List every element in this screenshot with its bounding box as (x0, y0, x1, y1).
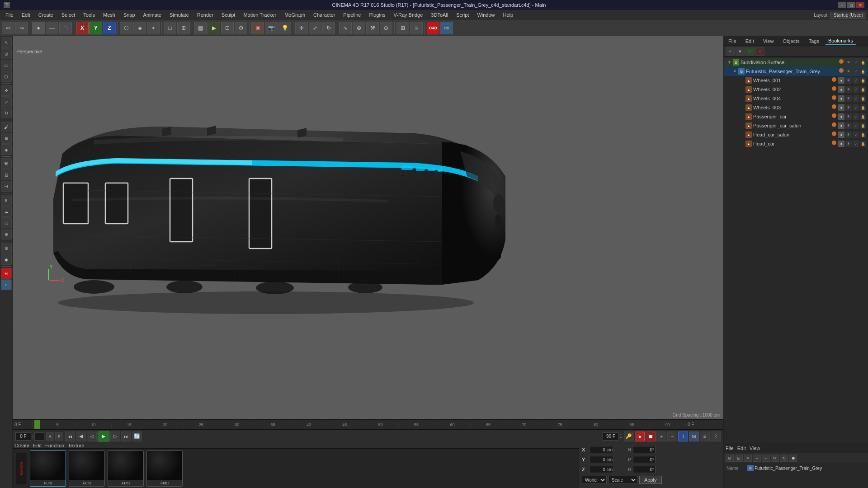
pc-vis[interactable]: 👁 (845, 113, 852, 120)
menu-pipeline[interactable]: Pipeline (340, 11, 364, 19)
menu-window[interactable]: Window (473, 11, 498, 19)
auto-key-button[interactable]: A (46, 432, 54, 441)
menu-select[interactable]: Select (58, 11, 79, 19)
w002-lock[interactable]: 🔒 (860, 86, 866, 93)
texture-tool[interactable]: ◈ (133, 22, 146, 34)
menu-plugins[interactable]: Plugins (365, 11, 389, 19)
render-view-button[interactable]: ▶ (208, 22, 220, 34)
w003-vis[interactable]: 👁 (845, 104, 852, 111)
floor-tool[interactable]: ≡ (410, 22, 423, 34)
tree-item-passenger-car-salon[interactable]: ▲ Passenger_car_salon ■ 👁 ✓ 🔒 (724, 121, 868, 130)
tree-item-wheels-004[interactable]: ▲ Wheels_004 ■ 👁 ✓ 🔒 (724, 94, 868, 103)
material-item-4[interactable]: Futu (146, 450, 183, 487)
current-frame-input[interactable] (15, 432, 31, 441)
hcs-lock[interactable]: 🔒 (860, 131, 866, 138)
menu-tools[interactable]: Tools (80, 11, 99, 19)
mat-create-menu[interactable]: Create (14, 443, 29, 448)
render-settings-button[interactable]: ⚙ (235, 22, 247, 34)
tree-item-head-car-salon[interactable]: ▲ Head_car_salon ■ 👁 ✓ 🔒 (724, 130, 868, 139)
w004-lock[interactable]: 🔒 (860, 95, 866, 102)
w001-check[interactable]: ✓ (853, 77, 859, 84)
polygons-mode-button[interactable]: ◻ (59, 22, 72, 34)
tab-edit[interactable]: Edit (743, 38, 757, 45)
item-lock-icon[interactable]: 🔒 (860, 59, 866, 66)
menu-file[interactable]: File (2, 11, 17, 19)
pos-key-button[interactable]: P (55, 432, 63, 441)
material-item-1[interactable]: Futu (30, 450, 66, 487)
tab-view[interactable]: View (760, 38, 777, 45)
powerslider-button[interactable]: ≡ (700, 432, 710, 441)
z-axis-button[interactable]: Z (103, 22, 116, 34)
stamp-tool[interactable]: ◈ (1, 144, 12, 155)
w002-vis[interactable]: 👁 (845, 86, 852, 93)
train-check-icon[interactable]: ✓ (853, 68, 859, 75)
goto-end-button[interactable]: ⏭ (121, 432, 131, 441)
attr-btn5[interactable]: ← (762, 455, 770, 462)
w002-check[interactable]: ✓ (853, 86, 859, 93)
item-check-icon[interactable]: ✓ (853, 59, 859, 66)
floor-left[interactable]: ≡ (1, 195, 12, 206)
x-axis-button[interactable]: X (76, 22, 89, 34)
cube-tool[interactable]: ▣ (251, 22, 264, 34)
attr-file-tab[interactable]: File (726, 446, 734, 451)
coord-system-dropdown[interactable]: World Object Local (582, 476, 607, 484)
knife-tool[interactable]: ⚒ (366, 22, 379, 34)
z-pos-input[interactable] (589, 466, 614, 473)
move-tool[interactable]: ✛ (295, 22, 308, 34)
w001-lock[interactable]: 🔒 (860, 77, 866, 84)
minimize-button[interactable]: − (838, 2, 846, 8)
pc-lock[interactable]: 🔒 (860, 113, 866, 120)
layer-tool[interactable]: ⊕ (1, 229, 12, 239)
mat-function-menu[interactable]: Function (45, 443, 64, 448)
anim-key[interactable]: ◆ (1, 254, 12, 265)
timeline-ruler[interactable]: 5 10 15 20 25 30 35 40 45 50 55 60 65 70… (34, 420, 685, 429)
motion-clip-button[interactable]: M (689, 432, 699, 441)
w004-vis[interactable]: 👁 (845, 95, 852, 102)
deform-tool[interactable]: ⊙ (380, 22, 392, 34)
tree-item-wheels-001[interactable]: ▲ Wheels_001 ■ 👁 ✓ 🔒 (724, 76, 868, 85)
play-reverse-button[interactable]: ◁ (87, 432, 97, 441)
record-button[interactable]: ● (635, 432, 645, 441)
stop-record-button[interactable]: ⏹ (646, 432, 656, 441)
h-rot-input[interactable] (633, 446, 656, 453)
attr-btn6[interactable]: ⟳ (771, 455, 779, 462)
scene-filter-button[interactable]: ▼ (736, 47, 745, 56)
train-vis-icon[interactable]: 👁 (845, 68, 852, 75)
hcs-check[interactable]: ✓ (853, 131, 859, 138)
goto-start-button[interactable]: ⏮ (65, 432, 75, 441)
menu-mesh[interactable]: Mesh (99, 11, 119, 19)
menu-motion-tracker[interactable]: Motion Tracker (240, 11, 280, 19)
tree-item-train-grey[interactable]: ▼ G Futuristic_Passenger_Train_Grey 👁 ✓ … (724, 67, 868, 76)
maximize-button[interactable]: □ (847, 2, 855, 8)
select-tool[interactable]: ↖ (1, 37, 12, 48)
menu-mograph[interactable]: MoGraph (281, 11, 309, 19)
knife-left[interactable]: ⚒ (1, 158, 12, 169)
attr-btn7[interactable]: ⟲ (780, 455, 788, 462)
scene-add-button[interactable]: + (726, 47, 735, 56)
motion-path-button[interactable]: ~ (667, 432, 677, 441)
tree-item-wheels-003[interactable]: ▲ Wheels_003 ■ 👁 ✓ 🔒 (724, 103, 868, 112)
mat-edit-menu[interactable]: Edit (33, 443, 42, 448)
maxon-tool[interactable]: M (1, 268, 12, 279)
attr-edit-tab[interactable]: Edit (737, 446, 746, 451)
play-button[interactable]: ▶ (98, 432, 109, 441)
sky-tool[interactable]: ☁ (1, 206, 12, 217)
scale-tool-left[interactable]: ⤢ (1, 96, 12, 107)
scene-check-button[interactable]: ✓ (745, 47, 755, 56)
python-left[interactable]: P (1, 279, 12, 290)
hc-vis[interactable]: 👁 (845, 141, 852, 147)
y-pos-input[interactable] (589, 456, 614, 463)
scale-tool[interactable]: ⤢ (309, 22, 321, 34)
menu-create[interactable]: Create (35, 11, 57, 19)
mat-texture-menu[interactable]: Texture (68, 443, 84, 448)
model-tool[interactable]: ⬡ (120, 22, 132, 34)
menu-snap[interactable]: Snap (120, 11, 139, 19)
pcs-lock[interactable]: 🔒 (860, 122, 866, 129)
apply-button[interactable]: Apply (639, 476, 662, 484)
menu-character[interactable]: Character (310, 11, 339, 19)
attr-btn8[interactable]: ⏺ (789, 455, 797, 462)
attr-btn3[interactable]: ✕ (744, 455, 752, 462)
y-axis-button[interactable]: Y (90, 22, 102, 34)
points-mode-button[interactable]: ● (32, 22, 45, 34)
w003-lock[interactable]: 🔒 (860, 104, 866, 111)
